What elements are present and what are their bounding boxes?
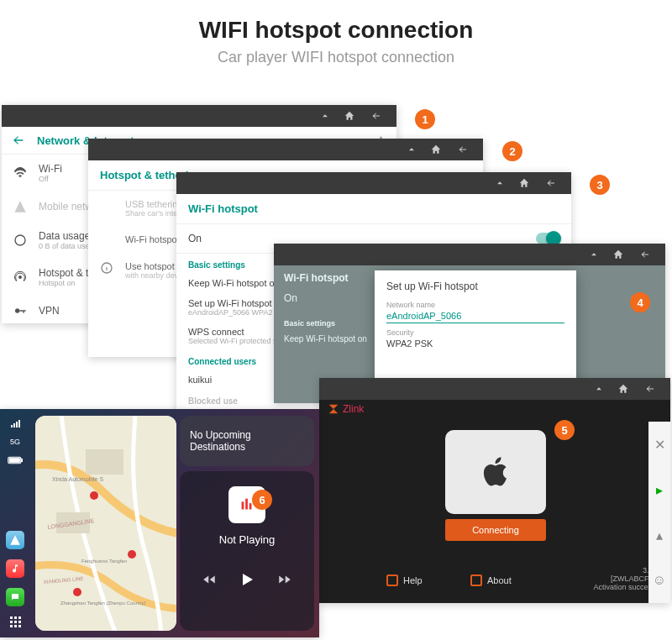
wifi-icon	[13, 166, 27, 180]
setup-hotspot-dialog: Set up Wi-Fi hotspot Network name eAndro…	[375, 270, 576, 395]
svg-rect-19	[245, 499, 248, 510]
home-icon[interactable]	[517, 177, 531, 189]
face-icon[interactable]: ☺	[653, 573, 666, 588]
zlink-brand: Zlink	[328, 403, 364, 415]
forward-icon[interactable]: ▸	[656, 482, 663, 498]
chevron-up-icon[interactable]	[406, 144, 417, 155]
back-icon[interactable]	[642, 384, 659, 394]
home-icon[interactable]	[429, 144, 443, 155]
help-button[interactable]: Help	[386, 574, 423, 586]
battery-icon	[8, 456, 23, 464]
android-nav-bar	[319, 378, 670, 400]
step-badge-3: 3	[590, 175, 610, 195]
android-nav-bar	[274, 244, 665, 265]
back-arrow-icon[interactable]	[12, 134, 25, 147]
svg-text:Fenghuanxi Tangfen: Fenghuanxi Tangfen	[81, 559, 127, 564]
play-icon[interactable]	[237, 569, 257, 590]
page-title: WIFI hotspot connection	[0, 0, 672, 44]
home-icon[interactable]	[612, 249, 625, 260]
security-label: Security	[386, 328, 564, 337]
step5-zlink-panel: Zlink Connecting Help About 3.8.34 [ZWLA…	[319, 378, 670, 603]
svg-point-0	[15, 235, 25, 245]
step-badge-5: 5	[554, 420, 575, 440]
about-icon	[470, 574, 482, 586]
home-icon[interactable]	[617, 383, 630, 395]
back-icon[interactable]	[454, 144, 471, 155]
chevron-up-icon[interactable]	[494, 177, 506, 189]
svg-point-12	[73, 588, 81, 596]
chevron-up-icon[interactable]	[593, 383, 605, 395]
svg-rect-20	[249, 503, 252, 509]
zlink-logo-icon	[328, 403, 339, 415]
android-nav-bar	[176, 172, 571, 194]
android-nav-bar	[2, 105, 396, 127]
security-select[interactable]: WPA2 PSK	[386, 337, 564, 350]
svg-rect-18	[242, 501, 244, 509]
help-icon	[386, 574, 398, 586]
android-nav-bar	[88, 139, 483, 160]
messages-app-icon[interactable]	[6, 588, 24, 606]
step-badge-2: 2	[502, 141, 522, 161]
dialog-title: Set up Wi-Fi hotspot	[386, 281, 564, 292]
key-icon	[13, 304, 27, 317]
apps-grid-icon[interactable]	[10, 616, 21, 627]
info-icon	[100, 261, 113, 275]
about-button[interactable]: About	[470, 574, 512, 586]
svg-point-1	[18, 275, 22, 279]
maps-app-icon[interactable]	[6, 531, 24, 549]
music-app-icon[interactable]	[6, 559, 24, 578]
prev-track-icon[interactable]	[200, 572, 218, 587]
step3-title: Wi-Fi hotspot	[176, 194, 571, 224]
close-icon[interactable]: ✕	[654, 437, 665, 453]
page-subtitle: Car player WIFI hotspot connection	[0, 49, 672, 66]
destinations-card[interactable]: No Upcoming Destinations	[180, 416, 314, 466]
right-toolbar: ✕ ▸ ▴ ☺	[648, 422, 670, 603]
back-icon[interactable]	[543, 178, 559, 188]
next-track-icon[interactable]	[276, 572, 294, 587]
svg-text:Zhangshan Tangfen (Zhenpu Coun: Zhangshan Tangfen (Zhenpu Country)	[60, 601, 146, 606]
chevron-up-icon[interactable]	[588, 249, 600, 260]
connecting-button[interactable]: Connecting	[445, 519, 546, 541]
signal-icon	[11, 419, 20, 428]
up-icon[interactable]: ▴	[656, 527, 663, 543]
svg-point-2	[15, 308, 19, 312]
svg-point-10	[90, 491, 98, 500]
signal-icon	[13, 200, 27, 213]
now-playing-card[interactable]: Not Playing	[180, 471, 314, 631]
network-name-input[interactable]: eAndroidAP_5066	[386, 309, 564, 323]
svg-rect-5	[22, 459, 24, 462]
back-icon[interactable]	[368, 111, 385, 121]
step-badge-6: 6	[252, 490, 272, 510]
not-playing-label: Not Playing	[219, 533, 275, 546]
svg-rect-6	[9, 459, 19, 463]
network-name-label: Network name	[386, 301, 564, 309]
chevron-up-icon[interactable]	[319, 110, 331, 122]
map-view[interactable]: Xinda Automobile S LONGGANGLINE XIANGLIN…	[35, 416, 176, 631]
step-badge-4: 4	[630, 292, 650, 312]
carplay-sidebar: 5G	[0, 409, 30, 637]
network-label: 5G	[10, 438, 20, 446]
data-usage-icon	[13, 233, 27, 247]
step-badge-1: 1	[415, 109, 435, 129]
hotspot-toggle[interactable]	[536, 233, 559, 244]
apple-device-card[interactable]	[445, 430, 546, 514]
svg-point-11	[128, 550, 136, 559]
step6-carplay-panel: 5G Xinda Automobile	[0, 409, 319, 637]
back-icon[interactable]	[637, 249, 654, 260]
hotspot-icon	[13, 270, 27, 284]
apple-icon	[478, 451, 513, 493]
home-icon[interactable]	[343, 110, 356, 122]
svg-rect-8	[86, 449, 123, 475]
svg-text:Xinda Automobile S: Xinda Automobile S	[52, 476, 103, 482]
